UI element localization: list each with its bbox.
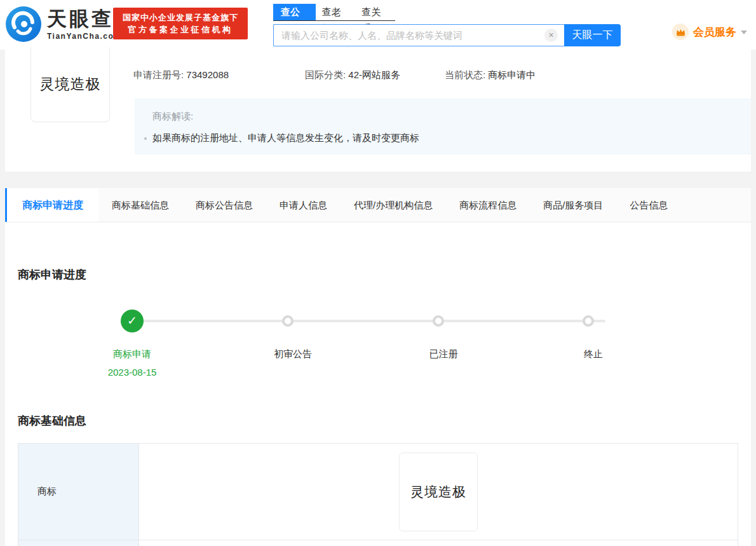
- step-pending-marker: [583, 315, 594, 327]
- tab-basic-info[interactable]: 商标基础信息: [98, 188, 182, 222]
- tianyancha-logo[interactable]: 天眼查 TianYanCha.com: [5, 6, 121, 43]
- progress-section-title: 商标申请进度: [18, 267, 86, 282]
- member-services-label: 会员服务: [693, 25, 736, 39]
- step-label-application: 商标申请: [81, 348, 183, 360]
- registration-number-label: 申请注册号:: [133, 69, 184, 80]
- registration-number-field: 申请注册号: 73492088: [133, 69, 229, 81]
- intl-class-field: 国际分类: 42-网站服务: [305, 69, 400, 81]
- intl-class-label: 国际分类:: [305, 69, 346, 80]
- tab-announcement-info[interactable]: 公告信息: [616, 188, 681, 222]
- table-row-value: [139, 540, 738, 546]
- search-tab-boss[interactable]: 查老板: [316, 4, 356, 20]
- table-row-value: 灵境造极: [139, 444, 738, 540]
- trademark-image: 灵境造极: [30, 47, 110, 122]
- basic-info-section-title: 商标基础信息: [18, 413, 86, 428]
- tab-agency-info[interactable]: 代理/办理机构信息: [341, 188, 446, 222]
- step-label-terminated: 终止: [543, 348, 644, 360]
- detail-tabbar: 商标申请进度 商标基础信息 商标公告信息 申请人信息 代理/办理机构信息 商标流…: [5, 188, 751, 222]
- step-label-registered: 已注册: [393, 348, 494, 360]
- search-tabs: 查公司 查老板 查关系: [273, 4, 395, 21]
- tab-application-progress[interactable]: 商标申请进度: [5, 188, 98, 222]
- registration-number-value: 73492088: [186, 69, 229, 80]
- tab-gazette-info[interactable]: 商标公告信息: [182, 188, 266, 222]
- crown-icon: [672, 24, 689, 40]
- tianyancha-logo-icon: [5, 6, 42, 43]
- step-label-preliminary: 初审公告: [242, 348, 344, 360]
- current-status-field: 当前状态: 商标申请中: [445, 69, 536, 81]
- table-row: [18, 540, 738, 546]
- table-row-label: [18, 540, 139, 546]
- trademark-detail-card: 商标申请进度 商标基础信息 商标公告信息 申请人信息 代理/办理机构信息 商标流…: [5, 188, 751, 546]
- brand-name: 天眼查: [47, 8, 121, 30]
- search-tab-relation[interactable]: 查关系: [355, 4, 395, 20]
- badge-line1: 国家中小企业发展子基金旗下: [123, 11, 238, 24]
- intl-class-value: 42-网站服务: [348, 69, 400, 80]
- table-row: 商标 灵境造极: [18, 444, 738, 540]
- search-area: 查公司 查老板 查关系 × 天眼一下: [273, 4, 621, 46]
- step-done-check-icon: ✓: [121, 310, 144, 332]
- interpretation-title: 商标解读:: [152, 111, 751, 123]
- step-pending-marker: [282, 315, 294, 327]
- member-services[interactable]: 会员服务: [672, 24, 747, 40]
- current-status-label: 当前状态:: [445, 69, 485, 80]
- top-header: 天眼查 TianYanCha.com 国家中小企业发展子基金旗下 官方备案企业征…: [0, 0, 756, 50]
- bullet-dot: [144, 137, 147, 140]
- trademark-interpretation-box: 商标解读: 如果商标的注册地址、申请人等信息发生变化，请及时变更商标: [135, 99, 751, 154]
- trademark-summary-card: 灵境造极 申请注册号: 73492088 国际分类: 42-网站服务 当前状态:…: [5, 50, 751, 172]
- timeline-line: [132, 320, 605, 322]
- badge-line2: 官方备案企业征信机构: [128, 24, 233, 36]
- interpretation-text: 如果商标的注册地址、申请人等信息发生变化，请及时变更商标: [152, 132, 419, 144]
- step-pending-marker: [433, 315, 444, 327]
- step-date-application: 2023-08-15: [81, 367, 183, 378]
- certification-badge: 国家中小企业发展子基金旗下 官方备案企业征信机构: [113, 8, 248, 39]
- trademark-image-cell: 灵境造极: [399, 453, 478, 531]
- search-input[interactable]: [273, 24, 564, 46]
- tab-applicant-info[interactable]: 申请人信息: [266, 188, 341, 222]
- interpretation-item: 如果商标的注册地址、申请人等信息发生变化，请及时变更商标: [152, 132, 751, 144]
- tab-goods-services[interactable]: 商品/服务项目: [530, 188, 616, 222]
- clear-search-icon[interactable]: ×: [544, 29, 558, 42]
- application-progress-timeline: ✓ 商标申请 2023-08-15 初审公告 已注册 终止: [5, 290, 751, 392]
- chevron-down-icon: [741, 31, 747, 34]
- trademark-image-cell-text: 灵境造极: [410, 483, 466, 501]
- basic-info-table: 商标 灵境造极: [18, 443, 738, 546]
- current-status-value: 商标申请中: [488, 69, 536, 80]
- search-tab-company[interactable]: 查公司: [273, 4, 316, 20]
- tab-process-info[interactable]: 商标流程信息: [446, 188, 530, 222]
- search-button[interactable]: 天眼一下: [564, 24, 621, 46]
- brand-domain: TianYanCha.com: [47, 32, 121, 41]
- trademark-image-text: 灵境造极: [40, 74, 101, 94]
- table-row-label: 商标: [18, 444, 139, 540]
